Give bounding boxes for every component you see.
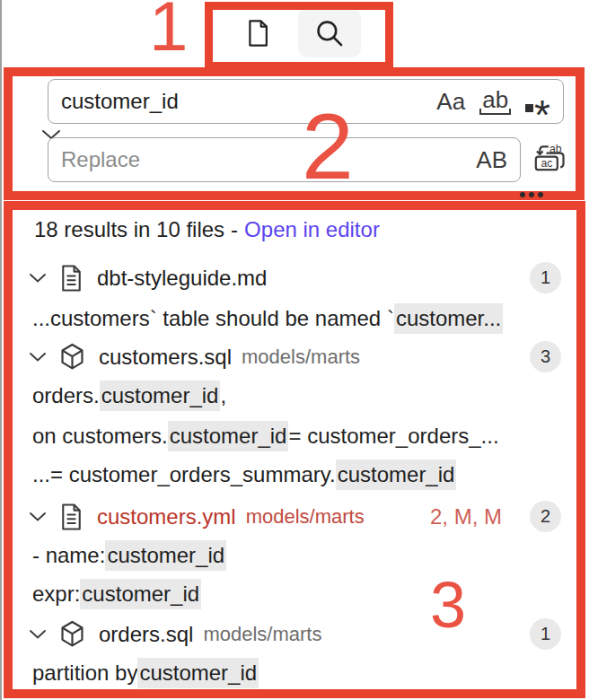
match-text: - name: bbox=[32, 543, 105, 568]
match-text: partition by bbox=[32, 661, 137, 686]
results-summary-text: 18 results in 10 files bbox=[34, 217, 224, 242]
replace-input-box: AB bbox=[48, 137, 521, 182]
match-highlight: customer_id bbox=[168, 421, 289, 451]
file-name: customers.yml bbox=[97, 504, 236, 529]
file-name: orders.sql bbox=[99, 622, 193, 647]
summary-separator: - bbox=[231, 217, 238, 242]
open-in-editor-link[interactable]: Open in editor bbox=[244, 217, 380, 242]
match-row[interactable]: ...= customer_orders_summary.customer_id bbox=[0, 455, 589, 494]
match-count-badge: 1 bbox=[530, 618, 561, 650]
svg-text:ac: ac bbox=[541, 157, 552, 170]
model-cube-icon bbox=[58, 620, 86, 648]
match-text: ...= customer_orders_summary. bbox=[32, 462, 336, 487]
search-tab-button[interactable] bbox=[298, 8, 361, 57]
file-name: dbt-styleguide.md bbox=[97, 266, 267, 291]
match-text: orders. bbox=[32, 383, 100, 408]
whole-word-toggle[interactable]: ab bbox=[479, 88, 511, 115]
search-icon bbox=[314, 18, 345, 48]
match-text: expr: bbox=[32, 582, 80, 607]
file-decoration: 2, M, M bbox=[430, 504, 502, 529]
toggle-search-details-button[interactable] bbox=[520, 192, 543, 197]
search-input[interactable] bbox=[48, 89, 436, 114]
match-row[interactable]: orders.customer_id, bbox=[0, 376, 589, 415]
model-cube-icon bbox=[58, 343, 86, 371]
file-row[interactable]: orders.sqlmodels/marts1 bbox=[0, 615, 589, 653]
replace-all-button[interactable]: ab ac bbox=[533, 143, 567, 177]
file-path: models/marts bbox=[203, 623, 321, 646]
match-text: ...customers` table should be named ` bbox=[32, 306, 394, 331]
match-text: on customers. bbox=[32, 424, 168, 449]
chevron-down-icon[interactable] bbox=[28, 271, 48, 284]
match-highlight: customer... bbox=[394, 303, 503, 334]
match-row[interactable]: on customers.customer_id = customer_orde… bbox=[0, 416, 589, 455]
match-count-badge: 3 bbox=[530, 341, 561, 372]
file-path: models/marts bbox=[242, 346, 360, 369]
replace-input[interactable] bbox=[48, 147, 476, 172]
match-row[interactable]: expr: customer_id bbox=[0, 574, 589, 613]
match-text: , bbox=[220, 383, 226, 408]
document-icon bbox=[58, 264, 84, 293]
results-tree: dbt-styleguide.md1...customers` table sh… bbox=[0, 258, 589, 692]
regex-toggle[interactable]: * bbox=[525, 86, 550, 117]
match-row[interactable]: ...customers` table should be named `cus… bbox=[0, 299, 589, 337]
match-highlight: customer_id bbox=[100, 381, 221, 411]
match-highlight: customer_id bbox=[105, 540, 226, 571]
match-text: = customer_orders_... bbox=[288, 424, 498, 449]
annotation-label-1: 1 bbox=[149, 0, 188, 61]
results-summary-row: 18 results in 10 files - Open in editor bbox=[0, 212, 589, 248]
match-count-badge: 1 bbox=[530, 262, 561, 293]
search-sidebar: Aa ab * AB ab ac 18 results in bbox=[0, 0, 589, 700]
match-highlight: customer_id bbox=[137, 658, 259, 688]
preserve-case-toggle[interactable]: AB bbox=[476, 148, 507, 171]
chevron-down-icon[interactable] bbox=[28, 627, 48, 641]
match-case-toggle[interactable]: Aa bbox=[436, 90, 465, 113]
match-row[interactable]: partition by customer_id bbox=[0, 653, 589, 692]
file-row[interactable]: customers.sqlmodels/marts3 bbox=[0, 337, 589, 376]
search-input-box: Aa ab * bbox=[48, 79, 564, 124]
file-icon bbox=[244, 19, 271, 48]
file-row[interactable]: dbt-styleguide.md1 bbox=[0, 258, 589, 297]
match-row[interactable]: - name: customer_id bbox=[0, 536, 589, 574]
chevron-down-icon[interactable] bbox=[28, 350, 48, 363]
match-highlight: customer_id bbox=[336, 459, 457, 490]
document-icon bbox=[58, 503, 84, 531]
file-path: models/marts bbox=[246, 505, 365, 529]
match-count-badge: 2 bbox=[530, 501, 561, 532]
match-highlight: customer_id bbox=[80, 579, 201, 609]
files-tab-button[interactable] bbox=[232, 8, 284, 57]
file-row[interactable]: customers.ymlmodels/marts2, M, M2 bbox=[0, 497, 589, 536]
replace-all-icon: ab ac bbox=[533, 164, 567, 179]
file-name: customers.sql bbox=[99, 345, 232, 370]
chevron-down-icon[interactable] bbox=[28, 510, 48, 523]
regex-dot bbox=[525, 104, 533, 112]
search-results: 18 results in 10 files - Open in editor … bbox=[0, 212, 589, 692]
